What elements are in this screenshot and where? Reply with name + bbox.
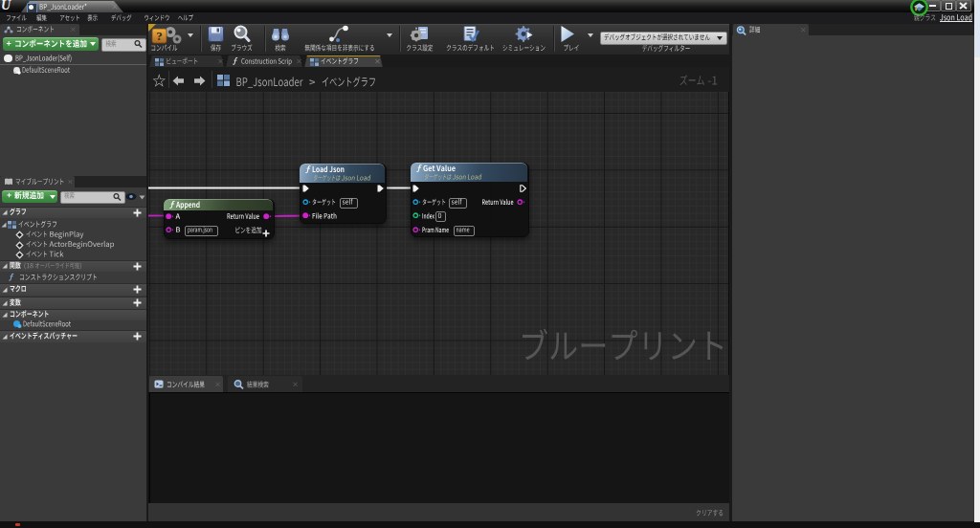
svg-text:?: ?	[156, 29, 163, 43]
